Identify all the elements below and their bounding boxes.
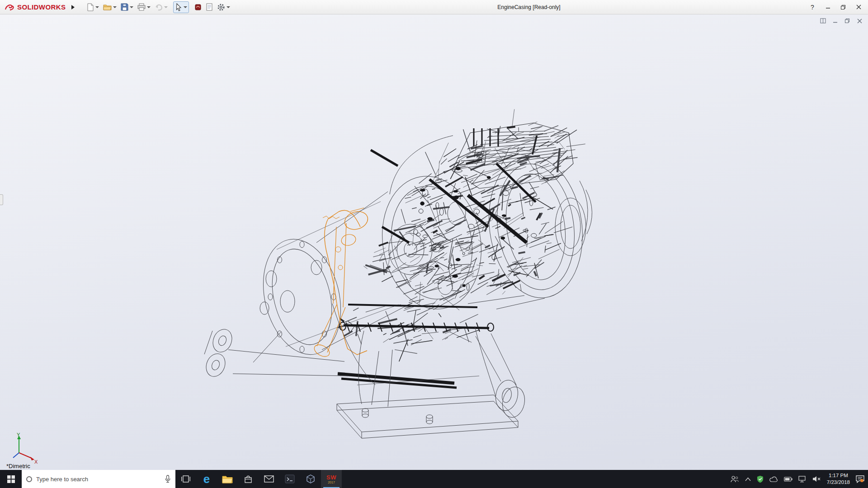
expander-arrow-icon	[71, 5, 75, 9]
solidworks-window: SOLIDWORKS	[0, 0, 868, 488]
system-tray: 1:17 PM 7/23/2018	[726, 470, 868, 488]
doc-minimize-button[interactable]	[831, 17, 839, 24]
select-tool-button[interactable]	[173, 1, 189, 13]
onedrive-button[interactable]	[769, 476, 778, 482]
minimize-button[interactable]	[821, 2, 835, 12]
taskbar-clock[interactable]: 1:17 PM 7/23/2018	[827, 472, 850, 486]
dropdown-caret-icon[interactable]	[184, 6, 187, 8]
dropdown-caret-icon[interactable]	[113, 6, 117, 8]
solidworks-app-icon: SW 2017	[326, 474, 336, 484]
security-shield-icon	[757, 475, 764, 483]
taskbar-edge-button[interactable]: e	[196, 470, 217, 488]
print-button[interactable]	[136, 1, 152, 13]
microphone-icon[interactable]	[165, 475, 171, 483]
people-icon	[730, 475, 739, 483]
windows-logo-icon	[7, 475, 15, 483]
restore-icon	[840, 5, 846, 10]
people-button[interactable]	[730, 475, 739, 483]
clock-date: 7/23/2018	[827, 479, 850, 485]
action-center-icon	[856, 475, 864, 483]
taskbar-solidworks-button[interactable]: SW 2017	[321, 470, 342, 488]
cad-model[interactable]	[0, 14, 868, 470]
undo-button[interactable]	[153, 1, 170, 13]
volume-muted-icon	[812, 476, 821, 482]
task-view-button[interactable]	[175, 470, 196, 488]
titlebar: SOLIDWORKS	[0, 0, 868, 14]
panel-splitter-handle[interactable]	[0, 194, 3, 205]
triad-y-label: Y	[17, 432, 20, 437]
action-center-button[interactable]	[856, 475, 864, 483]
doc-restore-button[interactable]	[843, 17, 851, 24]
file-properties-button[interactable]	[204, 1, 215, 13]
standard-toolbar	[85, 1, 232, 13]
close-icon	[856, 5, 861, 9]
new-document-icon	[86, 3, 94, 11]
print-icon	[137, 3, 146, 11]
cortana-ring-icon	[26, 476, 32, 482]
solidworks-logo: SOLIDWORKS	[3, 3, 67, 11]
triad-x-label: X	[34, 459, 38, 465]
taskbar-search[interactable]: Type here to search	[22, 470, 175, 488]
clock-time: 1:17 PM	[829, 473, 848, 478]
graphics-area[interactable]: Y X *Dimetric	[0, 14, 868, 470]
doc-minimize-icon	[833, 19, 838, 23]
file-explorer-icon	[222, 475, 233, 483]
toolbar-expander-button[interactable]	[69, 3, 76, 12]
windows-taskbar: Type here to search e	[0, 470, 868, 488]
open-folder-icon	[103, 4, 112, 11]
rebuild-icon	[194, 4, 202, 11]
save-button[interactable]	[119, 1, 135, 13]
new-document-button[interactable]	[85, 1, 101, 13]
dropdown-caret-icon[interactable]	[147, 6, 151, 8]
battery-icon	[784, 477, 793, 482]
store-bag-icon	[244, 474, 253, 483]
search-placeholder: Type here to search	[36, 476, 88, 483]
defender-button[interactable]	[757, 475, 764, 483]
chevron-up-icon	[745, 477, 751, 481]
triad-z-axis-icon	[13, 453, 19, 458]
taskbar-mail-button[interactable]	[259, 470, 279, 488]
notification-badge	[860, 479, 863, 482]
hexagon-cube-icon	[306, 474, 316, 484]
battery-button[interactable]	[784, 477, 793, 482]
file-properties-icon	[206, 3, 213, 11]
select-cursor-icon	[175, 3, 182, 11]
doc-restore-icon	[844, 18, 850, 23]
dropdown-caret-icon[interactable]	[164, 6, 168, 8]
solidworks-logo-icon	[5, 3, 15, 11]
maximize-button[interactable]	[836, 2, 850, 12]
close-button[interactable]	[852, 2, 865, 12]
rebuild-button[interactable]	[193, 1, 203, 13]
doc-close-button[interactable]	[855, 17, 863, 24]
taskbar-file-explorer-button[interactable]	[217, 470, 238, 488]
help-icon: ?	[811, 4, 814, 11]
taskbar-command-prompt-button[interactable]	[279, 470, 300, 488]
viewport-pane-icon	[820, 18, 826, 23]
undo-icon	[155, 4, 163, 11]
doc-pane-button[interactable]	[819, 17, 827, 24]
taskbar-store-button[interactable]	[238, 470, 259, 488]
view-orientation-label: *Dimetric	[6, 463, 30, 469]
options-button[interactable]	[215, 1, 232, 13]
open-button[interactable]	[101, 1, 118, 13]
edge-icon: e	[203, 473, 210, 485]
orientation-triad[interactable]: Y X	[5, 432, 40, 465]
start-button[interactable]	[0, 470, 22, 488]
dropdown-caret-icon[interactable]	[226, 6, 230, 8]
brand-text: SOLIDWORKS	[17, 3, 66, 11]
tray-expand-button[interactable]	[745, 477, 751, 481]
minimize-icon	[826, 5, 830, 9]
document-window-controls	[819, 17, 863, 24]
taskbar-3d-app-button[interactable]	[300, 470, 321, 488]
network-button[interactable]	[798, 476, 807, 483]
save-icon	[121, 3, 128, 11]
window-controls: ?	[806, 2, 865, 12]
volume-button[interactable]	[812, 476, 821, 482]
network-ethernet-icon	[798, 476, 807, 483]
dropdown-caret-icon[interactable]	[95, 6, 99, 8]
dropdown-caret-icon[interactable]	[130, 6, 133, 8]
cloud-icon	[769, 476, 778, 482]
command-prompt-icon	[285, 474, 295, 483]
gear-icon	[217, 3, 225, 11]
help-button[interactable]: ?	[806, 2, 819, 12]
